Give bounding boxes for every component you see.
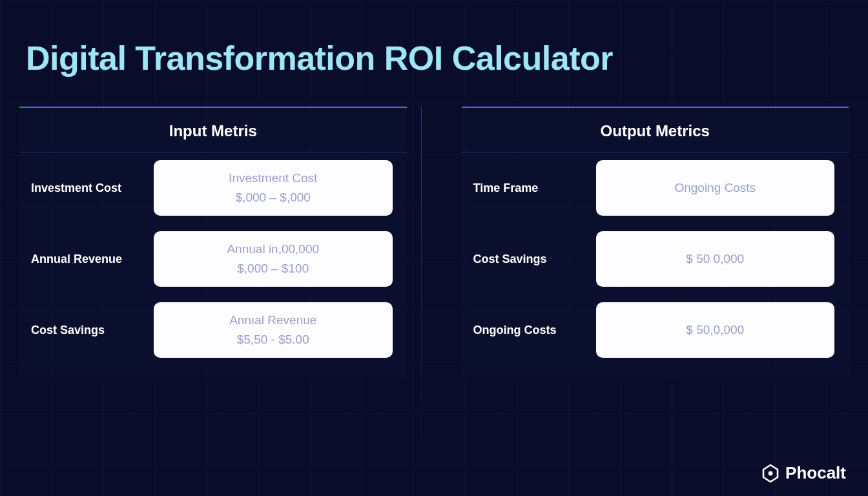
- label-ongoing-costs: Ongoing Costs: [473, 324, 583, 337]
- label-cost-savings: Cost Savings: [31, 324, 141, 337]
- card-line1: $ 50 0,000: [686, 252, 744, 266]
- card-line2: $5,50 - $5.00: [237, 333, 309, 347]
- input-card-cost-savings[interactable]: Annıal Revenue $5,50 - $5.00: [154, 302, 393, 358]
- brand-icon: [761, 464, 780, 483]
- label-time-frame: Time Frame: [473, 181, 583, 195]
- card-line1: Ongoing Costs: [674, 181, 756, 195]
- input-row-investment-cost: Investment Cost Investment Cost $,000 – …: [19, 152, 407, 223]
- input-card-investment-cost[interactable]: Investment Cost $,000 – $,000: [154, 160, 393, 216]
- label-investment-cost: Investment Cost: [31, 181, 141, 195]
- card-line1: $ 50,0,000: [686, 323, 744, 337]
- label-output-cost-savings: Cost Savings: [473, 253, 583, 266]
- input-panel-header: Input Metris: [19, 108, 407, 152]
- input-row-cost-savings: Cost Savings Annıal Revenue $5,50 - $5.0…: [19, 294, 407, 366]
- output-row-time-frame: Time Frame Ongoing Costs: [462, 152, 849, 223]
- output-panel-header: Output Metrics: [462, 108, 849, 152]
- output-metrics-panel: Output Metrics Time Frame Ongoing Costs …: [462, 107, 849, 378]
- svg-point-0: [769, 471, 773, 475]
- output-card-ongoing-costs: $ 50,0,000: [596, 302, 835, 358]
- card-line1: Annıal Revenue: [229, 313, 316, 327]
- input-card-annual-revenue[interactable]: Annual in,00,000 $,000 – $100: [154, 231, 393, 287]
- brand-logo: Phocalt: [761, 463, 846, 483]
- panels-container: Input Metris Investment Cost Investment …: [19, 107, 849, 378]
- card-line1: Investment Cost: [229, 171, 317, 185]
- input-row-annual-revenue: Annual Revenue Annual in,00,000 $,000 – …: [19, 223, 407, 294]
- label-annual-revenue: Annual Revenue: [31, 253, 141, 266]
- input-metrics-panel: Input Metris Investment Cost Investment …: [19, 107, 407, 378]
- output-row-ongoing-costs: Ongoing Costs $ 50,0,000: [462, 294, 849, 366]
- card-line1: Annual in,00,000: [227, 242, 319, 256]
- card-line2: $,000 – $100: [237, 262, 309, 276]
- brand-text: Phocalt: [785, 463, 846, 483]
- output-card-cost-savings: $ 50 0,000: [596, 231, 835, 287]
- output-row-cost-savings: Cost Savings $ 50 0,000: [462, 223, 849, 294]
- card-line2: $,000 – $,000: [236, 191, 311, 205]
- output-card-time-frame: Ongoing Costs: [596, 160, 835, 216]
- page-title: Digital Transformation ROI Calculator: [26, 39, 613, 78]
